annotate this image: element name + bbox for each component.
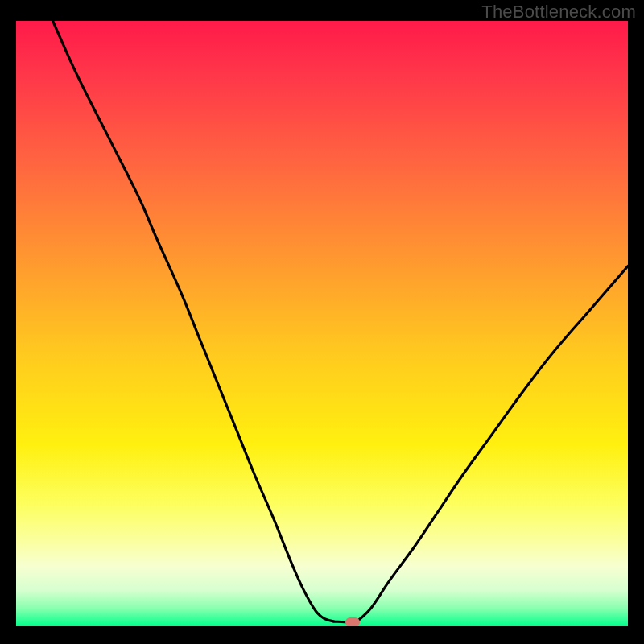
plot-area — [16, 21, 628, 626]
watermark-text: TheBottleneck.com — [481, 2, 636, 23]
curve-path — [53, 21, 628, 624]
bottleneck-curve — [16, 21, 628, 626]
minimum-marker — [345, 617, 360, 626]
chart-frame: TheBottleneck.com — [0, 0, 644, 644]
